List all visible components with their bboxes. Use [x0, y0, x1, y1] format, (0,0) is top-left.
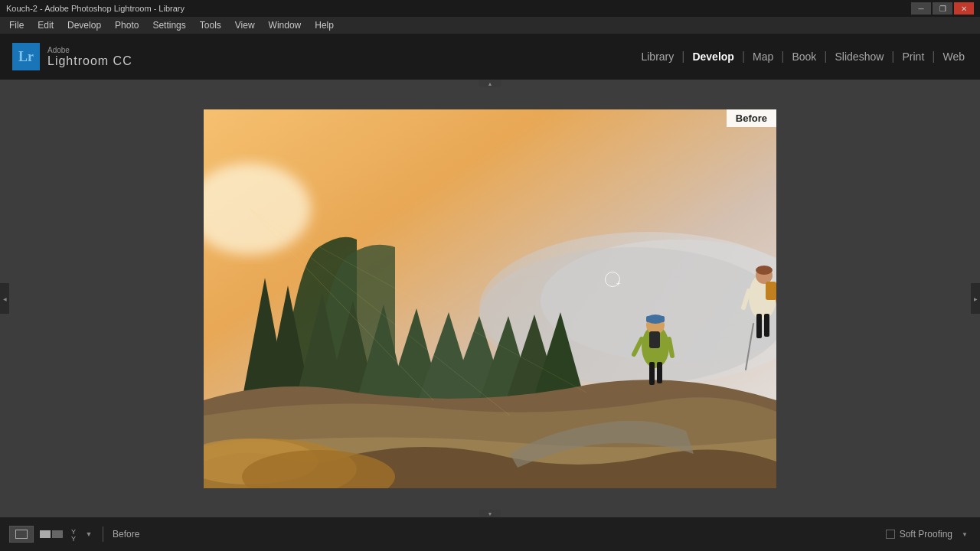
lr-logo-badge: Lr: [12, 43, 40, 70]
top-panel-collapse[interactable]: [479, 80, 501, 87]
logo-text: Adobe Lightroom CC: [47, 46, 132, 68]
menu-window[interactable]: Window: [263, 18, 308, 32]
menu-photo[interactable]: Photo: [109, 18, 145, 32]
logo-name-text: Lightroom CC: [47, 54, 132, 68]
nav-library[interactable]: Library: [638, 49, 677, 64]
photo-canvas[interactable]: [204, 109, 776, 488]
menu-settings[interactable]: Settings: [146, 18, 191, 32]
menu-help[interactable]: Help: [309, 18, 340, 32]
close-button[interactable]: ✕: [954, 2, 974, 15]
photo-container: Before: [204, 109, 776, 488]
svg-rect-22: [756, 314, 762, 338]
menubar: File Edit Develop Photo Settings Tools V…: [0, 17, 980, 34]
nav-sep-2: |: [737, 50, 750, 64]
nav-sep-1: |: [677, 50, 689, 64]
main-content: Before: [0, 80, 980, 517]
svg-rect-23: [764, 314, 769, 337]
svg-rect-15: [657, 362, 662, 383]
titlebar-title: Kouch-2 - Adobe Photoshop Lightroom - Li…: [6, 4, 185, 13]
nav-develop[interactable]: Develop: [689, 49, 737, 64]
menu-file[interactable]: File: [3, 18, 30, 32]
nav-sep-4: |: [819, 50, 831, 64]
logo-adobe-text: Adobe: [47, 46, 132, 54]
svg-point-20: [756, 266, 773, 275]
bottom-panel-collapse[interactable]: [479, 510, 501, 517]
menu-develop[interactable]: Develop: [61, 18, 107, 32]
restore-button[interactable]: ❐: [933, 2, 952, 15]
bottom-toolbar: Y Y ▼ Before Soft Proofing: [0, 517, 980, 551]
nav-book[interactable]: Book: [789, 49, 819, 64]
svg-rect-12: [646, 316, 665, 322]
nav-sep-5: |: [887, 50, 899, 64]
image-area: Before: [0, 80, 980, 517]
nav-sep-3: |: [776, 50, 789, 64]
menu-view[interactable]: View: [229, 18, 261, 32]
nav-web[interactable]: Web: [939, 49, 968, 64]
minimize-button[interactable]: ─: [911, 2, 931, 15]
svg-rect-14: [649, 362, 655, 385]
view-mode-button[interactable]: [9, 526, 34, 543]
toolbar-before-label: Before: [113, 529, 139, 540]
menu-edit[interactable]: Edit: [31, 18, 60, 32]
titlebar: Kouch-2 - Adobe Photoshop Lightroom - Li…: [0, 0, 980, 17]
before-label: Before: [727, 109, 776, 127]
nav-slideshow[interactable]: Slideshow: [832, 49, 887, 64]
toolbar-separator: [103, 527, 103, 542]
header: Lr Adobe Lightroom CC Library | Develop …: [0, 34, 980, 80]
svg-rect-13: [649, 331, 660, 348]
soft-proofing-area: Soft Proofing: [886, 529, 952, 540]
svg-line-17: [669, 339, 672, 356]
soft-proofing-label: Soft Proofing: [900, 529, 952, 540]
compare-after-icon: [52, 530, 63, 538]
nav-map[interactable]: Map: [750, 49, 776, 64]
left-panel-toggle[interactable]: [0, 283, 9, 314]
mode-toggle-arrow[interactable]: ▼: [84, 530, 93, 538]
soft-proofing-checkbox[interactable]: [886, 530, 895, 539]
photo-svg: [204, 109, 776, 488]
nav-print[interactable]: Print: [900, 49, 928, 64]
menu-tools[interactable]: Tools: [194, 18, 227, 32]
right-panel-toggle[interactable]: [971, 283, 980, 314]
compare-before-icon: [40, 530, 51, 538]
logo-area: Lr Adobe Lightroom CC: [12, 43, 132, 70]
nav-links: Library | Develop | Map | Book | Slidesh…: [638, 49, 968, 64]
compare-button[interactable]: [40, 530, 63, 538]
nav-sep-6: |: [927, 50, 939, 64]
toolbar-dropdown-button[interactable]: [959, 528, 971, 540]
view-icon: [15, 530, 28, 539]
titlebar-controls: ─ ❐ ✕: [911, 2, 974, 15]
yx-mode-button[interactable]: Y Y: [69, 529, 78, 540]
